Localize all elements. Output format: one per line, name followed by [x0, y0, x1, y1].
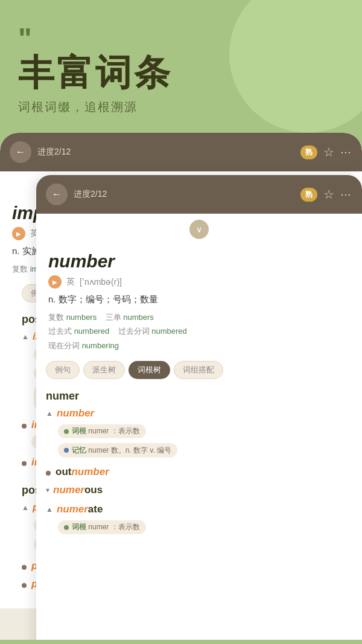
badge-ripe-front: 熟	[300, 188, 317, 202]
word-number-tree: number	[57, 407, 94, 419]
bullet-dot-poseur	[22, 583, 27, 588]
word-front: number	[48, 251, 350, 272]
root-section-front: numer ▲ number 词根 numer ：表示数	[36, 385, 362, 535]
quote-mark: "	[18, 24, 344, 53]
tree-heading-number: ▲ number	[46, 407, 352, 419]
progress-front: 进度2/12	[74, 189, 294, 200]
bullet-dot-imposing	[22, 461, 27, 466]
word-numerate-tree: numerate	[57, 503, 103, 515]
pronunciation-front: ▶ 英 [ˈnʌmbə(r)]	[48, 275, 350, 289]
chevron-circle-front: ∨	[189, 220, 209, 239]
chevron-front[interactable]: ∨	[36, 214, 362, 245]
more-icon-front[interactable]: ⋯	[340, 188, 352, 201]
definition-front: n. 数字；编号；号码；数量	[48, 292, 350, 307]
hero-section: " 丰富词条 词根词缀，追根溯源	[0, 0, 362, 139]
tree-group-number: ▲ number 词根 numer ：表示数	[46, 407, 352, 459]
tag-root-numerate: 词根 numer ：表示数	[58, 520, 146, 534]
card-front-header: ← 进度2/12 熟 ☆ ⋯	[36, 175, 362, 214]
tab-front-derived[interactable]: 派生树	[83, 361, 125, 379]
hero-title: 丰富词条	[18, 53, 344, 93]
back-button-front[interactable]: ←	[46, 183, 68, 205]
cards-area: ← 进度2/12 熟 ☆ ⋯ ∨ imposition ▶ 英 [ˌImpəˈz…	[0, 133, 362, 640]
bullet-dot-imposition	[22, 424, 27, 429]
progress-back: 进度2/12	[37, 147, 294, 158]
tree-heading-numerate: ▲ numerate	[46, 503, 352, 515]
tab-front-colloc[interactable]: 词组搭配	[174, 361, 223, 379]
tab-front-example[interactable]: 例句	[46, 361, 80, 379]
arrow-number: ▲	[46, 409, 53, 418]
star-icon-back[interactable]: ☆	[323, 145, 334, 159]
tree-heading-numerous: ▾ numerous	[46, 484, 352, 496]
card-number: ← 进度2/12 熟 ☆ ⋯ ∨ number ▶ 英 [ˈnʌmbə(r)] …	[36, 175, 362, 640]
arrow-numerous: ▾	[46, 486, 49, 494]
bullet-dot-poser	[22, 565, 27, 570]
ipa-front: [ˈnʌmbə(r)]	[80, 277, 122, 287]
card-front-content: number ▶ 英 [ˈnʌmbə(r)] n. 数字；编号；号码；数量 复数…	[36, 245, 362, 352]
tag-memory-number: 记忆 numer 数。n. 数字 v. 编号	[58, 443, 177, 457]
tree-group-numerous: ▾ numerous	[46, 484, 352, 496]
region-front: 英	[66, 276, 75, 287]
forms-front: 复数 numbers 三单 numbers 过去式 numbered 过去分词 …	[48, 310, 350, 352]
tag-root-number: 词根 numer ：表示数	[58, 424, 146, 438]
speaker-icon-back[interactable]: ▶	[12, 227, 25, 240]
tree-group-numerate: ▲ numerate 词根 numer ：表示数	[46, 503, 352, 535]
tab-front-root[interactable]: 词根树	[129, 361, 170, 379]
bullet-dot-outnumber	[46, 471, 51, 476]
arrow-pose: ▲	[22, 503, 29, 512]
speaker-icon-front[interactable]: ▶	[48, 275, 62, 289]
card-back-header: ← 进度2/12 熟 ☆ ⋯	[0, 133, 362, 171]
more-icon-back[interactable]: ⋯	[340, 145, 352, 159]
word-outnumber-tree: outnumber	[56, 466, 109, 478]
root-title-front: numer	[46, 390, 352, 403]
bullet-outnumber: outnumber	[46, 466, 352, 478]
star-icon-front[interactable]: ☆	[323, 187, 334, 202]
word-numerous-tree: numerous	[53, 484, 103, 496]
arrow-numerate: ▲	[46, 505, 53, 514]
hero-subtitle: 词根词缀，追根溯源	[18, 99, 344, 115]
tabs-front: 例句 派生树 词根树 词组搭配	[36, 355, 362, 385]
back-button[interactable]: ←	[10, 141, 31, 163]
arrow-impose: ▲	[22, 333, 29, 341]
badge-ripe-back: 熟	[300, 145, 317, 159]
